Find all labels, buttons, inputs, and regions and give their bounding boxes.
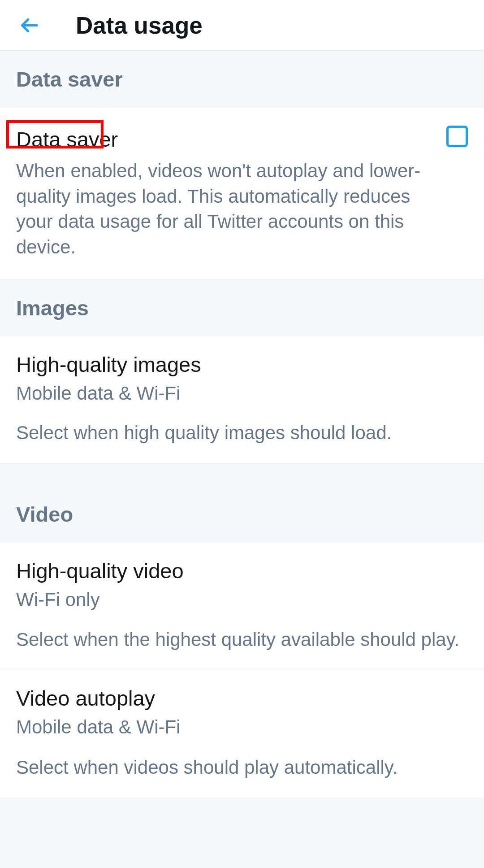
section-heading-video: Video [0, 486, 484, 543]
hq-video-description: Select when the highest quality availabl… [16, 627, 468, 653]
section-heading-images: Images [0, 279, 484, 336]
hq-images-description: Select when high quality images should l… [16, 420, 468, 446]
hq-images-subtitle: Mobile data & Wi-Fi [16, 381, 468, 406]
highlight-annotation [6, 120, 104, 148]
hq-video-title: High-quality video [16, 557, 184, 584]
data-saver-title: Data saver [16, 126, 118, 153]
hq-video-subtitle: Wi-Fi only [16, 587, 468, 613]
page-title: Data usage [76, 12, 203, 39]
data-saver-description: When enabled, videos won't autoplay and … [16, 158, 430, 260]
hq-images-title: High-quality images [16, 351, 201, 378]
video-autoplay-description: Select when videos should play automatic… [16, 755, 468, 781]
high-quality-images-row[interactable]: High-quality images Mobile data & Wi-Fi … [0, 336, 484, 463]
video-autoplay-title: Video autoplay [16, 685, 155, 712]
back-arrow-icon[interactable] [19, 15, 39, 35]
video-autoplay-row[interactable]: Video autoplay Mobile data & Wi-Fi Selec… [0, 670, 484, 798]
high-quality-video-row[interactable]: High-quality video Wi-Fi only Select whe… [0, 543, 484, 671]
section-spacer [0, 463, 484, 486]
header-bar: Data usage [0, 0, 484, 51]
data-saver-row[interactable]: Data saver When enabled, videos won't au… [0, 108, 484, 279]
section-heading-data-saver: Data saver [0, 51, 484, 108]
video-autoplay-subtitle: Mobile data & Wi-Fi [16, 715, 468, 740]
data-saver-checkbox[interactable] [446, 126, 468, 147]
